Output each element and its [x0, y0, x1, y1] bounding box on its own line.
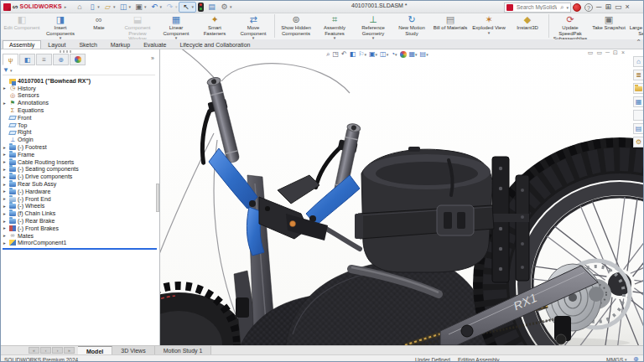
menu-expand-arrow-icon[interactable]: ▸ [65, 4, 67, 9]
hide-show-items-button[interactable]: ◔▾ [391, 49, 397, 59]
tree-item[interactable]: ▸Frame [1, 151, 158, 158]
tree-item[interactable]: ⊥Origin [1, 136, 158, 143]
print-button[interactable]: ▣▾ [132, 2, 148, 13]
help-icon[interactable]: ? [584, 3, 593, 12]
seat-backrest[interactable] [355, 147, 494, 272]
home-button[interactable]: ⌂ [73, 2, 86, 13]
search-input[interactable] [515, 3, 558, 11]
tab-lifecycle-and-collaboration[interactable]: Lifecycle and Collaboration [173, 40, 257, 49]
view-settings-button[interactable]: ▤▾ [420, 49, 428, 59]
doc-restore-button[interactable]: ⊡ [613, 49, 618, 56]
tab-layout[interactable]: Layout [41, 40, 72, 49]
tab-nav-last-button[interactable]: » [64, 347, 75, 354]
custom-properties-tab[interactable]: ▤ [633, 123, 644, 134]
apply-scene-button[interactable]: ▦▾ [409, 49, 418, 59]
save-button[interactable]: ◫▾ [117, 2, 132, 13]
status-globe-icon[interactable]: ⊕ [633, 355, 639, 362]
front-brake-caliper[interactable] [236, 297, 249, 318]
view-orientation-button[interactable]: ▣▾ [369, 49, 377, 59]
show-hidden-components-button[interactable]: ⊚Show Hidden Components [277, 14, 315, 39]
dropdown-arrow-icon[interactable]: ▾ [376, 52, 378, 57]
tab-nav-previous-button[interactable]: ‹ [40, 347, 51, 354]
dropdown-arrow-icon[interactable]: ▾ [113, 4, 116, 9]
appearances-scenes-tab[interactable] [633, 110, 644, 121]
solidworks-resources-tab[interactable]: ⌂ [633, 56, 644, 67]
featuremanager-design-tree-tab[interactable]: ψ [3, 54, 18, 65]
model-viewport[interactable]: RX1 [160, 49, 644, 345]
filter-dropdown-icon[interactable]: ▾ [10, 68, 13, 73]
expand-arrow-icon[interactable]: ▸ [3, 225, 9, 230]
expand-arrow-icon[interactable]: ▸ [3, 196, 9, 201]
tab-motion-study-1[interactable]: Motion Study 1 [155, 346, 212, 354]
pane-splitter-handle[interactable] [60, 50, 73, 53]
tab-model[interactable]: Model [78, 346, 112, 354]
tree-item[interactable]: ▸(f) Chain Links [1, 209, 158, 217]
zoom-to-fit-button[interactable]: ⌕ [326, 49, 330, 59]
zoom-to-area-button[interactable]: ◳ [332, 49, 339, 59]
tree-item[interactable]: ▸MirrorComponent1 [1, 240, 158, 247]
dropdown-arrow-icon[interactable]: ▾ [415, 52, 418, 57]
propertymanager-tab[interactable]: ◧ [19, 54, 35, 65]
linear-component-pattern-button[interactable]: ▦Linear Component Pattern▾ [157, 14, 195, 39]
rebuild-button[interactable] [196, 2, 205, 13]
tree-item[interactable]: ▸(-) Rear Brake [1, 217, 158, 225]
take-snapshot-button[interactable]: ▣Take Snapshot [589, 14, 628, 39]
tree-item[interactable]: Right [1, 129, 158, 137]
expand-arrow-icon[interactable]: ▸ [3, 85, 9, 90]
search-box[interactable]: ⌕ ▾ [504, 3, 571, 13]
dropdown-arrow-icon[interactable]: ▾ [230, 4, 232, 9]
doc-close-button[interactable]: × [621, 49, 625, 56]
tree-item[interactable]: Top [1, 122, 158, 129]
tree-item[interactable]: ▸(-) Seating components [1, 166, 158, 173]
restore-button[interactable]: ▭ [615, 2, 622, 13]
dropdown-arrow-icon[interactable]: ▾ [426, 52, 428, 57]
expand-arrow-icon[interactable]: ▸ [3, 204, 9, 209]
reference-geometry-button[interactable]: ⊥Reference Geometry▾ [354, 14, 392, 39]
dynamic-annotation-views-button[interactable]: ⚐▾ [358, 49, 366, 59]
new-motion-study-button[interactable]: ↻New Motion Study [392, 14, 431, 39]
mate-button[interactable]: ∞Mate [80, 14, 118, 39]
dropdown-arrow-icon[interactable]: ▾ [364, 52, 366, 57]
tree-filter-row[interactable]: ▼▾ [3, 66, 155, 75]
tree-item[interactable]: ▸Rear Sub Assy [1, 180, 158, 188]
expand-arrow-icon[interactable]: ▸ [3, 159, 9, 164]
tab-evaluate[interactable]: Evaluate [137, 40, 173, 49]
update-speedpak-button[interactable]: ⟳Update SpeedPak Subassemblies [551, 14, 589, 39]
dropdown-arrow-icon[interactable]: ▾ [191, 4, 194, 9]
pane-tabs-overflow-icon[interactable]: » [151, 55, 154, 61]
section-view-button[interactable]: ◧ [350, 49, 356, 59]
smart-fasteners-button[interactable]: ✦Smart Fasteners [195, 14, 234, 39]
close-button[interactable]: × [625, 2, 629, 13]
tab-markup[interactable]: Markup [104, 40, 137, 49]
tree-item[interactable]: ◎Sensors [1, 92, 158, 100]
units-dropdown-icon[interactable]: ▾ [625, 357, 627, 362]
search-icon[interactable]: ⌕ [560, 3, 564, 12]
tree-item[interactable]: ▸(-) Hardware [1, 188, 158, 195]
search-dropdown-icon[interactable]: ▾ [566, 5, 569, 10]
tree-item[interactable]: ▸∞Mates [1, 232, 158, 240]
exploded-view-button[interactable]: ✶Exploded View▾ [470, 14, 508, 39]
file-explorer-tab[interactable] [633, 83, 644, 94]
large-assembly-settings-button[interactable]: ◎Large Assembly Settings▾ [628, 14, 644, 39]
dropdown-arrow-icon[interactable]: ▾ [159, 4, 162, 9]
expand-arrow-icon[interactable]: ▸ [3, 189, 9, 194]
tab-assembly[interactable]: Assembly [3, 40, 41, 49]
dropdown-arrow-icon[interactable]: ▾ [387, 52, 389, 57]
tree-item[interactable]: ▸◷History [1, 85, 158, 92]
tree-item[interactable]: ▸⚑Annotations [1, 99, 158, 106]
tree-item-root[interactable]: 40107001 ("Bowhead RX") [1, 77, 158, 85]
filter-icon[interactable]: ▼ [3, 66, 9, 74]
rollback-bar[interactable] [3, 248, 157, 250]
expand-arrow-icon[interactable]: ▸ [3, 152, 9, 157]
tree-item[interactable]: ▸(-) Front End [1, 195, 158, 203]
tree-item[interactable]: ▸(-) Wheels [1, 203, 158, 210]
bill-of-materials-button[interactable]: ▤Bill of Materials [431, 14, 470, 39]
dropdown-arrow-icon[interactable]: ▾ [395, 52, 397, 57]
view-palette-tab[interactable]: ▦ [633, 96, 644, 107]
options-button[interactable]: ⚙▾ [218, 2, 234, 13]
tree-item[interactable]: ▸Cable Routing Inserts [1, 158, 158, 166]
expand-arrow-icon[interactable]: ▸ [3, 167, 9, 172]
undo-button[interactable]: ↶▾ [148, 2, 164, 13]
user-badge-icon[interactable] [573, 3, 581, 12]
expand-arrow-icon[interactable]: ▸ [3, 182, 9, 187]
